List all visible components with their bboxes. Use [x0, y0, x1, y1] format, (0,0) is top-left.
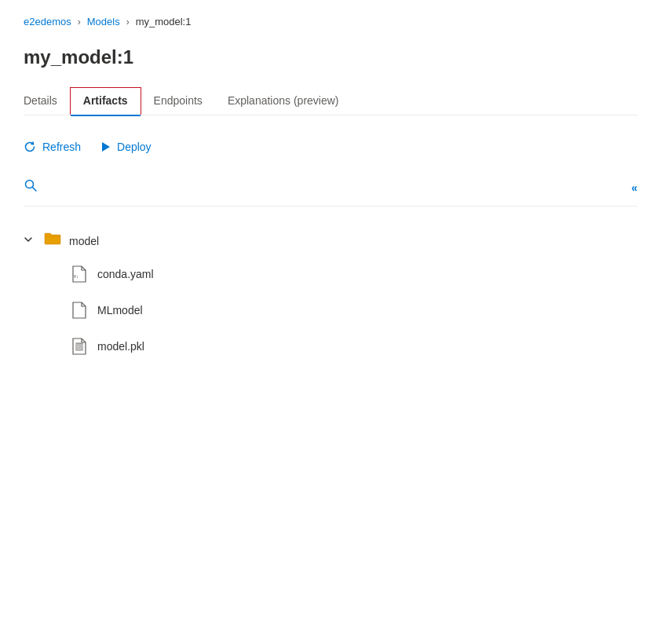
breadcrumb-models[interactable]: Models: [87, 16, 120, 27]
pkl-file-icon: [71, 338, 88, 355]
tree-children: Y: conda.yaml MLmodel: [24, 256, 637, 364]
breadcrumb: e2edemos › Models › my_model:1: [24, 16, 637, 27]
main-container: e2edemos › Models › my_model:1 my_model:…: [0, 0, 661, 386]
svg-line-2: [33, 188, 37, 192]
folder-icon: [44, 232, 61, 250]
tab-endpoints[interactable]: Endpoints: [141, 88, 215, 115]
breadcrumb-sep-2: ›: [126, 16, 130, 27]
file-conda-yaml[interactable]: Y: conda.yaml: [71, 256, 637, 292]
search-icon[interactable]: [24, 178, 38, 196]
generic-file-icon: [71, 302, 88, 319]
toolbar: Refresh Deploy: [24, 131, 637, 163]
file-tree: model Y: conda.yaml: [24, 219, 637, 371]
collapse-icon[interactable]: «: [631, 181, 637, 194]
breadcrumb-current: my_model:1: [136, 16, 192, 27]
deploy-label: Deploy: [117, 141, 152, 153]
file-model-pkl[interactable]: model.pkl: [71, 328, 637, 364]
tab-explanations[interactable]: Explanations (preview): [215, 88, 352, 115]
svg-marker-0: [102, 142, 110, 152]
refresh-button[interactable]: Refresh: [24, 137, 81, 156]
tabs-container: Details Artifacts Endpoints Explanations…: [24, 87, 637, 115]
refresh-icon: [24, 141, 36, 153]
deploy-button[interactable]: Deploy: [100, 137, 152, 156]
file-name-conda-yaml: conda.yaml: [97, 268, 154, 280]
search-input[interactable]: [44, 181, 631, 194]
breadcrumb-sep-1: ›: [78, 16, 81, 27]
page-title: my_model:1: [24, 46, 637, 68]
file-name-mlmodel: MLmodel: [97, 304, 143, 317]
search-bar: «: [24, 178, 637, 207]
file-mlmodel[interactable]: MLmodel: [71, 292, 637, 328]
file-name-model-pkl: model.pkl: [97, 340, 144, 353]
svg-text:Y:: Y:: [74, 274, 79, 279]
breadcrumb-e2edemos[interactable]: e2edemos: [24, 16, 71, 27]
chevron-down-icon: [24, 235, 36, 247]
folder-model[interactable]: model: [24, 225, 637, 256]
yaml-file-icon: Y:: [71, 265, 88, 283]
tab-artifacts[interactable]: Artifacts: [70, 87, 141, 115]
tab-details[interactable]: Details: [24, 88, 70, 115]
folder-name-model: model: [69, 235, 99, 247]
deploy-icon: [100, 141, 111, 152]
refresh-label: Refresh: [42, 141, 81, 153]
